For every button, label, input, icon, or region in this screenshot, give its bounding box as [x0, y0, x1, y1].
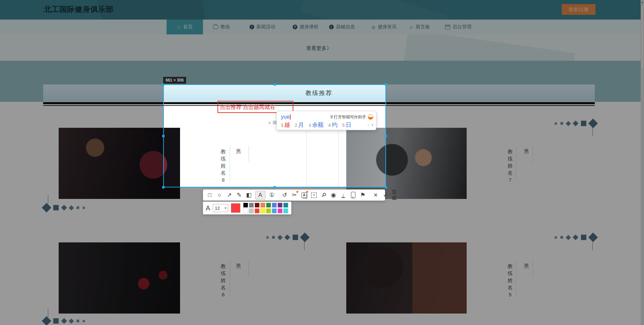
coach-gender: 男	[236, 263, 241, 269]
candidate-text: 越	[284, 121, 290, 129]
coach-photo[interactable]	[59, 242, 180, 314]
divider	[230, 261, 230, 296]
download-icon[interactable]: ↓	[340, 191, 347, 199]
nav-item-news[interactable]: ! 新闻活动	[241, 20, 284, 34]
hero-pattern	[403, 34, 575, 61]
coach-gender: 男	[524, 263, 529, 269]
deco-diamond	[42, 316, 51, 325]
mosaic-tool-icon[interactable]: ◧	[245, 191, 252, 199]
pin-icon[interactable]: ⚲	[320, 191, 327, 199]
coach-photo[interactable]	[59, 128, 180, 199]
arrow-tool-icon[interactable]: ↗	[226, 191, 233, 199]
see-more-link[interactable]: 查看更多》	[297, 45, 341, 52]
ime-caret	[290, 114, 291, 120]
ime-prev-arrow[interactable]: ‹	[368, 122, 369, 127]
color-swatch[interactable]	[266, 203, 271, 208]
ime-pager: ‹ ›	[368, 122, 373, 127]
selection-handle-sw[interactable]	[162, 186, 165, 188]
color-swatch[interactable]	[249, 203, 254, 208]
screen: 北工国际健身俱乐部 登录/注册 ☆ 首页 教练 ! 新闻活动 ? 健身课程 i …	[0, 0, 644, 325]
send-to-phone-icon[interactable]	[350, 191, 356, 199]
text-tool-icon[interactable]: A	[255, 191, 265, 200]
deco-cluster	[43, 203, 86, 212]
deco-diamond	[277, 235, 283, 240]
ime-candidate-3[interactable]: 3 余额	[309, 121, 323, 129]
candidate-number: 5	[342, 123, 345, 128]
color-swatch[interactable]	[260, 203, 265, 208]
rectangle-tool-icon[interactable]: □	[206, 191, 213, 199]
annotation-text[interactable]: 点击推荐 点击越高就在	[220, 104, 275, 111]
coach-photo[interactable]	[346, 242, 467, 314]
ime-candidate-1[interactable]: 1 越	[281, 121, 290, 129]
selection-handle-w[interactable]	[162, 135, 165, 137]
nav-item-coaches[interactable]: 教练	[203, 20, 240, 34]
nav-item-home[interactable]: ☆ 首页	[167, 20, 203, 34]
confirm-check-icon[interactable]: ✓	[382, 191, 389, 199]
divider	[516, 147, 516, 181]
deco-square	[293, 235, 298, 240]
color-swatch[interactable]	[272, 203, 277, 208]
color-swatch[interactable]	[243, 208, 248, 213]
translate-icon[interactable]: A	[301, 191, 308, 199]
color-swatch[interactable]	[260, 208, 265, 213]
selection-handle-n[interactable]	[273, 83, 276, 86]
nav-label: 教练	[221, 24, 230, 30]
login-register-button[interactable]: 登录/注册	[562, 4, 595, 15]
color-swatch[interactable]	[283, 208, 288, 213]
color-swatch[interactable]	[283, 203, 288, 208]
step-number-tool-icon[interactable]: ①	[268, 191, 275, 199]
selection-size-label: 661 × 306	[163, 77, 186, 84]
deco-square	[560, 236, 563, 239]
selection-handle-nw[interactable]	[162, 83, 165, 86]
capture-selection[interactable]	[163, 84, 386, 187]
scrollbar-up-arrow[interactable]: ▲	[641, 0, 644, 5]
cancel-capture-icon[interactable]: ×	[372, 191, 379, 199]
deco-cluster	[555, 119, 597, 128]
scrollbar-thumb[interactable]	[641, 5, 644, 69]
ime-candidate-4[interactable]: 4 约	[328, 121, 338, 129]
nav-label: 首页	[183, 24, 193, 30]
nav-item-equipment[interactable]: i 器械信息	[321, 20, 363, 34]
candidate-text: 约	[332, 121, 338, 129]
selection-handle-s[interactable]	[273, 186, 276, 188]
deco-diamond	[573, 235, 579, 240]
color-swatch[interactable]	[249, 208, 254, 213]
star-icon: ☆	[177, 25, 181, 29]
selection-handle-e[interactable]	[385, 135, 387, 137]
pen-tool-icon[interactable]: ✎	[236, 191, 242, 199]
question-circle-icon: ?	[293, 25, 297, 29]
ime-next-arrow[interactable]: ›	[372, 122, 373, 127]
notification-dot	[306, 191, 308, 193]
font-size-select[interactable]: 12 ▾	[213, 204, 228, 212]
text-extract-icon[interactable]: ×	[311, 191, 317, 199]
color-swatch[interactable]	[272, 208, 277, 213]
coach-name: 教练姓名6	[220, 263, 226, 298]
color-swatch[interactable]	[266, 208, 271, 213]
ime-candidate-2[interactable]: 2 月	[295, 121, 304, 129]
color-swatch[interactable]	[277, 208, 283, 213]
ime-assistant[interactable]: 9 打开智能写作助手	[330, 114, 373, 120]
divider	[516, 261, 516, 296]
selection-handle-se[interactable]	[385, 186, 387, 188]
bookmark-icon[interactable]: ⚑	[359, 191, 366, 199]
record-icon[interactable]: ◉	[330, 191, 337, 199]
nav-item-admin[interactable]: 后台管理	[438, 20, 479, 34]
color-swatch[interactable]	[255, 208, 260, 213]
ellipse-tool-icon[interactable]: ○	[216, 191, 223, 199]
scrolling-capture-icon[interactable]: ✂	[291, 191, 298, 199]
annotation-toolbar: □ ○ ↗ ✎ ◧ A ① ↺ ✂ A × ⚲ ◉ ↓ ⚑ × ✓ 完成	[203, 189, 385, 201]
scissors-glyph: ✂	[292, 191, 297, 199]
ime-candidate-5[interactable]: 5 日	[342, 121, 351, 129]
ime-assistant-label: 9 打开智能写作助手	[330, 114, 366, 120]
deco-cluster	[43, 316, 86, 325]
selection-handle-ne[interactable]	[385, 83, 387, 86]
nav-item-fitness-info[interactable]: ◎ 健身资讯	[363, 20, 405, 34]
color-swatch[interactable]	[277, 203, 283, 208]
undo-icon[interactable]: ↺	[281, 191, 288, 199]
candidate-number: 2	[295, 123, 297, 128]
deco-square	[53, 318, 59, 324]
nav-item-message-board[interactable]: ☺ 留言板	[402, 20, 437, 34]
color-swatch[interactable]	[255, 203, 260, 208]
color-swatch[interactable]	[243, 203, 248, 208]
done-button[interactable]: 完成	[392, 189, 397, 201]
